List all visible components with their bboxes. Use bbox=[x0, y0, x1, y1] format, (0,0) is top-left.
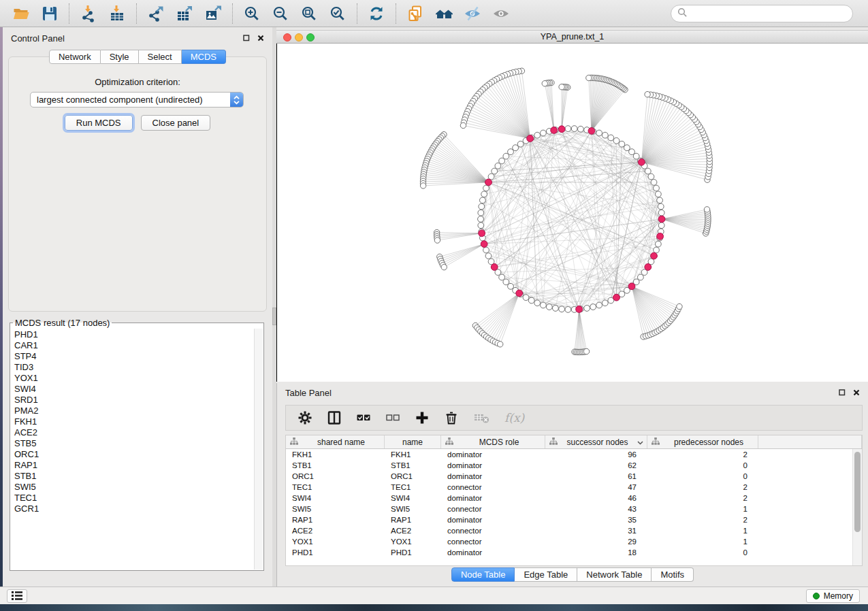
mcds-result-item[interactable]: STB5 bbox=[11, 438, 253, 449]
table-cell[interactable]: STB1 bbox=[385, 460, 441, 471]
table-cell[interactable]: ORC1 bbox=[385, 471, 441, 482]
table-cell[interactable]: FKH1 bbox=[286, 449, 385, 460]
table-cell[interactable]: 1 bbox=[647, 525, 758, 536]
save-icon[interactable] bbox=[39, 3, 60, 24]
memory-button[interactable]: Memory bbox=[806, 589, 860, 603]
criterion-dropdown[interactable]: largest connected component (undirected) bbox=[30, 92, 244, 108]
table-cell[interactable]: 61 bbox=[545, 471, 647, 482]
table-row[interactable]: SWI5SWI5connector431 bbox=[286, 503, 852, 514]
deselect-all-icon[interactable] bbox=[385, 410, 400, 425]
table-scrollbar[interactable] bbox=[852, 449, 862, 565]
export-image-icon[interactable] bbox=[203, 3, 223, 24]
delete-row-icon[interactable] bbox=[444, 410, 459, 425]
table-cell[interactable]: SWI4 bbox=[385, 493, 441, 503]
table-cell[interactable]: SWI5 bbox=[286, 503, 385, 514]
close-panel-button[interactable]: Close panel bbox=[141, 115, 211, 131]
table-cell[interactable]: 62 bbox=[545, 460, 647, 471]
mcds-result-item[interactable]: ACE2 bbox=[11, 427, 253, 438]
tab-network[interactable]: Network bbox=[49, 50, 101, 64]
table-cell[interactable]: dominator bbox=[441, 449, 545, 460]
split-columns-icon[interactable] bbox=[327, 410, 342, 425]
network-graph[interactable] bbox=[277, 44, 868, 382]
table-cell[interactable]: connector bbox=[441, 525, 545, 536]
table-cell[interactable]: 0 bbox=[647, 471, 758, 482]
table-cell[interactable]: dominator bbox=[441, 493, 545, 503]
table-cell[interactable]: PHD1 bbox=[385, 547, 441, 558]
tab-select[interactable]: Select bbox=[139, 50, 182, 64]
mcds-list-scrollbar[interactable] bbox=[254, 329, 263, 569]
table-cell[interactable]: 2 bbox=[647, 493, 758, 503]
close-table-panel-icon[interactable] bbox=[853, 388, 860, 398]
table-cell[interactable]: ACE2 bbox=[385, 525, 441, 536]
table-cell[interactable]: YOX1 bbox=[385, 536, 441, 547]
mcds-result-item[interactable]: TEC1 bbox=[11, 493, 253, 503]
zoom-fit-icon[interactable] bbox=[299, 3, 319, 24]
float-table-panel-icon[interactable] bbox=[839, 388, 846, 398]
clone-network-icon[interactable] bbox=[405, 3, 425, 24]
refresh-icon[interactable] bbox=[366, 3, 387, 24]
import-table-icon[interactable] bbox=[107, 3, 127, 24]
tab-style[interactable]: Style bbox=[101, 50, 139, 64]
table-cell[interactable]: 47 bbox=[545, 482, 647, 493]
table-row[interactable]: ACE2ACE2connector311 bbox=[286, 525, 852, 536]
table-cell[interactable]: dominator bbox=[441, 460, 545, 471]
search-box[interactable] bbox=[671, 5, 853, 22]
table-cell[interactable]: dominator bbox=[441, 514, 545, 525]
table-row[interactable]: SWI4SWI4dominator462 bbox=[286, 493, 852, 503]
table-cell[interactable]: TEC1 bbox=[385, 482, 441, 493]
table-cell[interactable]: 2 bbox=[647, 449, 758, 460]
table-cell[interactable]: 96 bbox=[545, 449, 647, 460]
table-cell[interactable]: STB1 bbox=[286, 460, 385, 471]
mcds-result-item[interactable]: ORC1 bbox=[11, 449, 253, 460]
table-scrollbar-thumb[interactable] bbox=[854, 452, 861, 532]
open-folder-icon[interactable] bbox=[11, 3, 31, 24]
table-cell[interactable]: 0 bbox=[647, 460, 758, 471]
mcds-result-item[interactable]: YOX1 bbox=[11, 373, 253, 384]
column-header-predecessor-nodes[interactable]: predecessor nodes bbox=[647, 435, 758, 448]
column-header-MCDS-role[interactable]: MCDS role bbox=[441, 435, 545, 448]
mcds-result-item[interactable]: PHD1 bbox=[11, 329, 253, 340]
table-cell[interactable]: 0 bbox=[647, 547, 758, 558]
mcds-result-item[interactable]: SWI4 bbox=[11, 384, 253, 395]
export-table-icon[interactable] bbox=[174, 3, 195, 24]
table-cell[interactable]: 43 bbox=[545, 503, 647, 514]
mcds-result-item[interactable]: STP4 bbox=[11, 351, 253, 362]
mcds-result-item[interactable]: STB1 bbox=[11, 471, 253, 482]
table-cell[interactable]: RAP1 bbox=[286, 514, 385, 525]
table-cell[interactable]: 1 bbox=[647, 503, 758, 514]
table-cell[interactable]: YOX1 bbox=[286, 536, 385, 547]
table-cell[interactable]: SWI5 bbox=[385, 503, 441, 514]
table-row[interactable]: ORC1ORC1dominator610 bbox=[286, 471, 852, 482]
column-header-name[interactable]: name bbox=[385, 435, 441, 448]
table-cell[interactable]: ACE2 bbox=[286, 525, 385, 536]
table-cell[interactable]: 18 bbox=[545, 547, 647, 558]
table-cell[interactable]: connector bbox=[441, 503, 545, 514]
mcds-result-item[interactable]: SRD1 bbox=[11, 395, 253, 406]
mcds-result-item[interactable]: PMA2 bbox=[11, 406, 253, 416]
table-cell[interactable]: 35 bbox=[545, 514, 647, 525]
close-panel-icon[interactable] bbox=[257, 33, 264, 44]
table-cell[interactable]: dominator bbox=[441, 547, 545, 558]
mcds-result-item[interactable]: RAP1 bbox=[11, 460, 253, 471]
mcds-result-item[interactable]: CAR1 bbox=[11, 340, 253, 351]
tab-network-table[interactable]: Network Table bbox=[577, 567, 652, 582]
table-cell[interactable]: FKH1 bbox=[385, 449, 441, 460]
zoom-out-icon[interactable] bbox=[270, 3, 291, 24]
table-row[interactable]: YOX1YOX1connector291 bbox=[286, 536, 852, 547]
run-mcds-button[interactable]: Run MCDS bbox=[65, 115, 133, 131]
table-cell[interactable]: connector bbox=[441, 536, 545, 547]
hide-selected-icon[interactable] bbox=[462, 3, 483, 24]
mcds-result-item[interactable]: TID3 bbox=[11, 362, 253, 373]
import-network-icon[interactable] bbox=[78, 3, 99, 24]
network-canvas[interactable] bbox=[276, 44, 868, 382]
show-all-icon[interactable] bbox=[491, 3, 511, 24]
tab-motifs[interactable]: Motifs bbox=[652, 567, 694, 582]
column-header-successor-nodes[interactable]: successor nodes bbox=[545, 435, 647, 448]
add-row-icon[interactable] bbox=[415, 410, 430, 425]
table-row[interactable]: STB1STB1dominator620 bbox=[286, 460, 852, 471]
export-network-icon[interactable] bbox=[146, 3, 166, 24]
table-cell[interactable]: ORC1 bbox=[286, 471, 385, 482]
table-cell[interactable]: SWI4 bbox=[286, 493, 385, 503]
first-neighbors-icon[interactable] bbox=[434, 3, 454, 24]
table-cell[interactable]: TEC1 bbox=[286, 482, 385, 493]
